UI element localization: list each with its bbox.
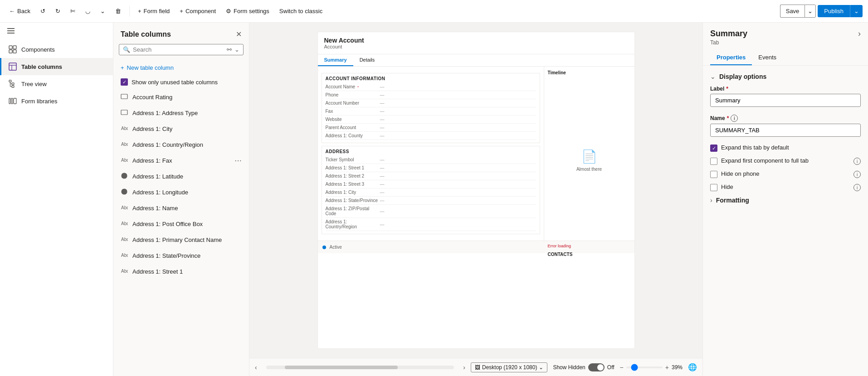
right-panel-header: Summary › Tab Properties Events bbox=[703, 23, 868, 66]
expand-component-checkbox-group[interactable]: Expand first component to full tab i bbox=[710, 157, 861, 165]
svg-rect-3 bbox=[13, 50, 16, 53]
hide-checkbox[interactable] bbox=[710, 184, 717, 191]
field-label: Account Name * bbox=[326, 84, 380, 89]
zoom-slider[interactable] bbox=[626, 366, 663, 368]
formatting-chevron-icon: › bbox=[710, 197, 712, 204]
hide-checkbox-group[interactable]: Hide i bbox=[710, 183, 861, 191]
panel-close-button[interactable]: ✕ bbox=[236, 30, 242, 39]
desktop-selector[interactable]: 🖼 Desktop (1920 x 1080) ⌄ bbox=[471, 362, 547, 372]
svg-rect-15 bbox=[14, 98, 16, 104]
show-hidden-toggle[interactable] bbox=[588, 363, 605, 371]
expand-component-info-icon[interactable]: i bbox=[853, 158, 861, 165]
svg-rect-13 bbox=[9, 98, 10, 104]
sidebar-item-table-columns[interactable]: Table columns bbox=[0, 58, 113, 75]
name-info-icon[interactable]: i bbox=[731, 115, 738, 122]
hamburger-icon[interactable] bbox=[7, 28, 15, 34]
back-button[interactable]: ← Back bbox=[5, 5, 34, 17]
label-input[interactable] bbox=[710, 94, 861, 107]
form-tab-details[interactable]: Details bbox=[353, 54, 381, 66]
list-item[interactable]: Address 1: Latitude ⋯ bbox=[113, 169, 249, 184]
sidebar-item-tree-view[interactable]: Tree view bbox=[0, 75, 113, 92]
save-button[interactable]: Save bbox=[780, 5, 805, 18]
list-item[interactable]: Abc Address 1: Street 1 ⋯ bbox=[113, 264, 249, 280]
desktop-icon: 🖼 bbox=[475, 364, 480, 371]
zoom-out-button[interactable]: − bbox=[620, 364, 624, 371]
panel-header: Table columns ✕ bbox=[113, 23, 249, 44]
new-table-column-button[interactable]: + New table column bbox=[113, 61, 249, 75]
zoom-in-button[interactable]: + bbox=[665, 364, 669, 371]
list-item[interactable]: Abc Address 1: Country/Region ⋯ bbox=[113, 137, 249, 153]
list-item[interactable]: Abc Address 1: Name ⋯ bbox=[113, 200, 249, 216]
hide-on-phone-checkbox-group[interactable]: Hide on phone i bbox=[710, 170, 861, 178]
tab-properties[interactable]: Properties bbox=[710, 50, 752, 65]
undo-icon: ↺ bbox=[40, 8, 45, 14]
switch-classic-button[interactable]: Switch to classic bbox=[276, 5, 326, 17]
scroll-left-button[interactable]: ‹ bbox=[255, 364, 257, 371]
expand-component-label: Expand first component to full tab bbox=[721, 157, 850, 164]
right-panel-chevron-button[interactable]: › bbox=[858, 29, 861, 39]
horizontal-scrollbar[interactable] bbox=[266, 366, 454, 369]
list-item[interactable]: Abc Address 1: Primary Contact Name ⋯ bbox=[113, 232, 249, 248]
sidebar-item-form-libraries[interactable]: Form libraries bbox=[0, 92, 113, 110]
expand-component-checkbox[interactable] bbox=[710, 158, 717, 165]
form-preview: New Account Account Summary Details ACCO… bbox=[317, 32, 635, 349]
list-item[interactable]: Address 1: Longitude ⋯ bbox=[113, 184, 249, 200]
list-item[interactable]: Abc Address 1: Fax ⋯ bbox=[113, 153, 249, 169]
show-unused-checkbox[interactable]: ✓ bbox=[121, 78, 128, 86]
show-unused-row[interactable]: ✓ Show only unused table columns bbox=[113, 75, 249, 89]
hide-on-phone-checkbox[interactable] bbox=[710, 171, 717, 178]
scroll-right-button[interactable]: › bbox=[463, 364, 465, 371]
publish-button[interactable]: Publish bbox=[818, 5, 850, 17]
form-tab-summary[interactable]: Summary bbox=[318, 54, 353, 66]
scrollbar-thumb bbox=[285, 366, 398, 369]
form-subtitle: Account bbox=[324, 44, 628, 49]
filter-chevron-button[interactable]: ⌄ bbox=[234, 46, 239, 53]
tab-events[interactable]: Events bbox=[752, 50, 783, 65]
sidebar-nav: Components Table columns Tree view Form … bbox=[0, 39, 113, 111]
column-more-button[interactable]: ⋯ bbox=[234, 156, 242, 165]
component-label: Component bbox=[185, 8, 216, 14]
form-title: New Account bbox=[324, 37, 628, 44]
right-panel-body: ⌄ Display options Label * Name * i bbox=[703, 66, 868, 376]
canvas-area[interactable]: New Account Account Summary Details ACCO… bbox=[249, 23, 702, 358]
list-item[interactable]: Account Rating ⋯ bbox=[113, 89, 249, 105]
copy-button[interactable]: ◡ bbox=[82, 5, 94, 17]
sidebar-item-components[interactable]: Components bbox=[0, 41, 113, 58]
list-item[interactable]: Abc Address 1: Post Office Box ⋯ bbox=[113, 216, 249, 232]
undo-button[interactable]: ↺ bbox=[37, 5, 49, 17]
redo-button[interactable]: ↻ bbox=[52, 5, 64, 17]
column-name: Account Rating bbox=[132, 94, 172, 101]
search-input[interactable] bbox=[133, 46, 224, 53]
globe-button[interactable]: 🌐 bbox=[688, 363, 697, 371]
text-col-icon: Abc bbox=[121, 156, 129, 165]
expand-tab-checkbox-group[interactable]: ✓ Expand this tab by default bbox=[710, 144, 861, 152]
cut-button[interactable]: ✄ bbox=[67, 5, 79, 17]
field-value: — bbox=[380, 84, 385, 89]
hide-info-icon[interactable]: i bbox=[853, 184, 861, 191]
form-body: ACCOUNT INFORMATION Account Name * — Pho… bbox=[318, 67, 634, 241]
zoom-controls: − + 39% bbox=[620, 364, 683, 371]
save-group: Save ⌄ bbox=[780, 5, 816, 18]
expand-tab-checkbox[interactable]: ✓ bbox=[710, 145, 717, 152]
svg-rect-4 bbox=[9, 63, 16, 70]
column-name: Address 1: Post Office Box bbox=[132, 221, 203, 227]
form-field-row: Address 1: Street 2 — bbox=[326, 172, 536, 180]
add-component-button[interactable]: + Component bbox=[176, 5, 219, 17]
display-options-section-header[interactable]: ⌄ Display options bbox=[710, 73, 861, 80]
list-item[interactable]: Abc Address 1: City ⋯ bbox=[113, 121, 249, 137]
list-item[interactable]: Address 1: Address Type ⋯ bbox=[113, 105, 249, 121]
formatting-section-header[interactable]: › Formatting bbox=[710, 197, 861, 204]
hide-on-phone-info-icon[interactable]: i bbox=[853, 171, 861, 178]
form-settings-button[interactable]: ⚙ Form settings bbox=[222, 5, 273, 17]
name-input[interactable] bbox=[710, 124, 861, 137]
publish-dropdown-button[interactable]: ⌄ bbox=[850, 5, 863, 17]
svg-text:Abc: Abc bbox=[121, 142, 128, 147]
filter-button[interactable]: ⚯ bbox=[227, 46, 232, 53]
field-label: Address 1: Street 2 bbox=[326, 174, 380, 178]
delete-button[interactable]: 🗑 bbox=[112, 5, 125, 17]
save-dropdown-button[interactable]: ⌄ bbox=[805, 5, 816, 18]
dropdown-button[interactable]: ⌄ bbox=[97, 5, 109, 17]
list-item[interactable]: Abc Address 1: State/Province ⋯ bbox=[113, 248, 249, 264]
add-form-field-button[interactable]: + Form field bbox=[134, 5, 173, 17]
label-field-group: Label * bbox=[710, 86, 861, 107]
